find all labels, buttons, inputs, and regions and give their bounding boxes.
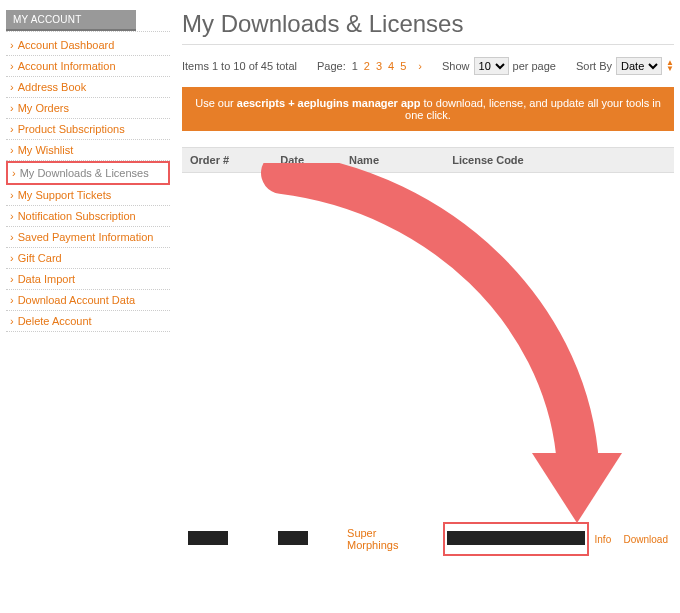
toolbar: Items 1 to 10 of 45 total Page: 12345 › … xyxy=(182,57,674,75)
per-page-control: Show 10 per page xyxy=(442,57,556,75)
sidebar-item-label: Account Dashboard xyxy=(18,39,115,51)
sort-direction-toggle[interactable]: ▲ ▼ xyxy=(666,60,674,72)
per-page-select[interactable]: 10 xyxy=(474,57,509,75)
chevron-right-icon: › xyxy=(10,144,14,156)
chevron-right-icon: › xyxy=(10,273,14,285)
info-link[interactable]: Info xyxy=(595,534,612,545)
banner-bold: aescripts + aeplugins manager app xyxy=(237,97,421,109)
sidebar-item[interactable]: ›Data Import xyxy=(6,269,170,290)
redacted-text xyxy=(278,531,308,545)
col-order: Order # xyxy=(182,148,272,173)
sidebar-item[interactable]: ›Account Dashboard xyxy=(6,35,170,56)
chevron-right-icon: › xyxy=(10,231,14,243)
col-date: Date xyxy=(272,148,341,173)
chevron-right-icon: › xyxy=(10,189,14,201)
sidebar-item-label: My Support Tickets xyxy=(18,189,112,201)
chevron-right-icon: › xyxy=(10,315,14,327)
sidebar-item-label: Address Book xyxy=(18,81,86,93)
sidebar-item[interactable]: ›My Wishlist xyxy=(6,140,170,161)
sidebar-item-label: Data Import xyxy=(18,273,75,285)
chevron-right-icon: › xyxy=(10,60,14,72)
chevron-right-icon: › xyxy=(10,123,14,135)
chevron-right-icon: › xyxy=(10,294,14,306)
info-banner[interactable]: Use our aescripts + aeplugins manager ap… xyxy=(182,87,674,131)
product-name-link[interactable]: Super Morphings xyxy=(347,527,397,551)
col-info xyxy=(588,148,618,173)
chevron-right-icon: › xyxy=(10,39,14,51)
sidebar-item-label: Gift Card xyxy=(18,252,62,264)
sidebar-item-label: Account Information xyxy=(18,60,116,72)
sidebar-item-label: Product Subscriptions xyxy=(18,123,125,135)
sidebar-item[interactable]: ›Notification Subscription xyxy=(6,206,170,227)
page-link[interactable]: 3 xyxy=(376,60,382,72)
sidebar-item-label: My Wishlist xyxy=(18,144,74,156)
pagination: Page: 12345 › xyxy=(317,60,422,72)
sidebar-header: MY ACCOUNT xyxy=(6,10,136,31)
cell-license-code xyxy=(444,523,587,555)
cell-order xyxy=(182,523,272,555)
chevron-right-icon: › xyxy=(10,102,14,114)
page-link[interactable]: 5 xyxy=(400,60,406,72)
sort-select[interactable]: Date xyxy=(616,57,662,75)
sidebar-item-label: My Orders xyxy=(18,102,69,114)
sidebar-item[interactable]: ›My Downloads & Licenses xyxy=(6,161,170,185)
spacer xyxy=(182,173,674,523)
sidebar-item[interactable]: ›Download Account Data xyxy=(6,290,170,311)
cell-date xyxy=(272,523,341,555)
banner-prefix: Use our xyxy=(195,97,237,109)
sidebar-item[interactable]: ›My Orders xyxy=(6,98,170,119)
page-link[interactable]: 2 xyxy=(364,60,370,72)
sidebar-item-label: Download Account Data xyxy=(18,294,135,306)
sidebar-item-label: My Downloads & Licenses xyxy=(20,167,149,179)
sidebar-item[interactable]: ›Gift Card xyxy=(6,248,170,269)
chevron-right-icon: › xyxy=(10,81,14,93)
show-label: Show xyxy=(442,60,470,72)
items-summary: Items 1 to 10 of 45 total xyxy=(182,60,297,72)
chevron-down-icon: ▼ xyxy=(666,66,674,72)
col-license: License Code xyxy=(444,148,587,173)
sort-label: Sort By xyxy=(576,60,612,72)
sidebar-item[interactable]: ›Product Subscriptions xyxy=(6,119,170,140)
sidebar-item[interactable]: ›Address Book xyxy=(6,77,170,98)
cell-info: Info xyxy=(588,523,618,555)
sidebar-item-label: Saved Payment Information xyxy=(18,231,154,243)
sidebar: MY ACCOUNT ›Account Dashboard›Account In… xyxy=(6,10,170,556)
chevron-right-icon: › xyxy=(10,252,14,264)
redacted-text xyxy=(188,531,228,545)
download-link[interactable]: Download xyxy=(624,534,668,545)
page-label: Page: xyxy=(317,60,346,72)
main-content: My Downloads & Licenses Items 1 to 10 of… xyxy=(182,10,674,556)
redacted-license-code xyxy=(447,531,584,545)
sidebar-item-label: Delete Account xyxy=(18,315,92,327)
col-name: Name xyxy=(341,148,444,173)
sidebar-item[interactable]: ›Saved Payment Information xyxy=(6,227,170,248)
per-page-suffix: per page xyxy=(513,60,556,72)
page-link[interactable]: 1 xyxy=(352,60,358,72)
next-page-link[interactable]: › xyxy=(418,60,422,72)
chevron-right-icon: › xyxy=(10,210,14,222)
sidebar-item[interactable]: ›Account Information xyxy=(6,56,170,77)
chevron-right-icon: › xyxy=(12,167,16,179)
sidebar-item[interactable]: ›My Support Tickets xyxy=(6,185,170,206)
page-link[interactable]: 4 xyxy=(388,60,394,72)
page-title: My Downloads & Licenses xyxy=(182,10,674,45)
licenses-table: Order # Date Name License Code xyxy=(182,147,674,556)
cell-name: Super Morphings xyxy=(341,523,444,555)
banner-suffix: to download, license, and update all you… xyxy=(405,97,661,121)
divider xyxy=(6,31,170,32)
sort-control: Sort By Date ▲ ▼ xyxy=(576,57,674,75)
svg-marker-0 xyxy=(532,453,622,523)
table-row: Super Morphings Info Download xyxy=(182,523,674,555)
sidebar-item[interactable]: ›Delete Account xyxy=(6,311,170,332)
cell-download: Download xyxy=(618,523,674,555)
annotation-arrow xyxy=(242,163,622,535)
sidebar-item-label: Notification Subscription xyxy=(18,210,136,222)
col-download xyxy=(618,148,674,173)
